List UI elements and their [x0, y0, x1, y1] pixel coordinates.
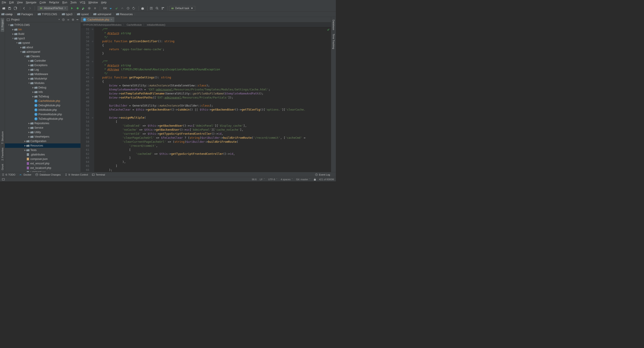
tree-folder[interactable]: ▼adminpanel — [5, 50, 80, 54]
project-panel-title[interactable]: Project — [11, 18, 58, 21]
tree-file[interactable]: ext_emconf.php — [5, 161, 80, 166]
line-ending[interactable]: LF⌃ — [260, 178, 265, 181]
tree-file[interactable]: CCacheModule.php — [5, 99, 80, 103]
stop-icon[interactable] — [92, 6, 98, 11]
tree-file[interactable]: .gitattributes — [5, 152, 80, 157]
bottom-tool-9-version-control[interactable]: 9: Version Control — [65, 173, 88, 176]
tree-folder[interactable]: ▶bin — [5, 27, 80, 32]
tree-file[interactable]: CTsDebugModule.php — [5, 117, 80, 121]
menu-edit[interactable]: Edit — [9, 1, 14, 4]
indent-settings[interactable]: 4 spaces⌃ — [281, 178, 293, 181]
tree-folder[interactable]: ▶Build — [5, 32, 80, 36]
collapse-all-icon[interactable] — [67, 18, 70, 21]
vcs-commit-icon[interactable] — [114, 6, 119, 11]
structure-toolwindow-tab[interactable]: 7: Structure — [1, 130, 4, 146]
read-only-toggle-icon[interactable] — [314, 178, 316, 181]
back-icon[interactable] — [22, 6, 26, 11]
bottom-tool-6-todo[interactable]: 6: TODO — [2, 173, 16, 176]
tree-folder[interactable]: ▼Classes — [5, 54, 80, 59]
menu-refactor[interactable]: Refactor — [49, 1, 59, 4]
tree-folder[interactable]: ▶Info — [5, 90, 80, 94]
vcs-history-icon[interactable] — [120, 6, 125, 11]
open-icon[interactable] — [1, 6, 6, 11]
vcs-history2-icon[interactable] — [126, 6, 130, 11]
forward-icon[interactable] — [28, 6, 32, 11]
tree-folder[interactable]: ▶Utility — [5, 130, 80, 134]
tree-file[interactable]: LICENSE.txt — [5, 170, 80, 172]
tree-file[interactable]: ext_localconf.php — [5, 166, 80, 170]
tree-folder[interactable]: ▶ModuleApi — [5, 76, 80, 81]
project-toolwindow-tab[interactable]: 1: Project — [1, 18, 4, 32]
menu-navigate[interactable]: Navigate — [26, 1, 36, 4]
menu-file[interactable]: File — [2, 1, 6, 4]
inspection-indicator-icon[interactable] — [327, 28, 330, 31]
profile-icon[interactable] — [87, 6, 92, 11]
breadcrumb-item[interactable]: adminpanel〉 — [93, 12, 116, 16]
tree-folder[interactable]: ▶Log — [5, 68, 80, 72]
tree-folder[interactable]: ▶Debug — [5, 85, 80, 90]
tree-folder[interactable]: ▶Exceptions — [5, 63, 80, 68]
task-selector[interactable]: Default task ▼ — [169, 6, 195, 11]
menu-window[interactable]: Window — [88, 1, 98, 4]
editor-crumb[interactable]: CacheModule — [126, 24, 142, 26]
save-icon[interactable] — [7, 6, 12, 11]
locate-icon[interactable] — [62, 18, 65, 21]
tree-file[interactable]: CDebugModule.php — [5, 103, 80, 108]
editor-crumb[interactable]: initializeModule() — [147, 24, 165, 26]
breadcrumb-item[interactable]: sysext〉 — [77, 12, 93, 16]
vcs-update-icon[interactable] — [108, 6, 113, 11]
sync-icon[interactable] — [13, 6, 18, 11]
tree-folder[interactable]: ▼typo3 — [5, 36, 80, 41]
bottom-tool-docker[interactable]: Docker — [20, 173, 32, 176]
tree-folder[interactable]: ▶ViewHelpers — [5, 134, 80, 139]
timetracking-toolwindow-tab[interactable]: Time Tracking — [332, 32, 336, 51]
fold-gutter[interactable]: ⊟⊟⊟⊟⊟ — [91, 27, 94, 172]
tree-folder[interactable]: ▶Configuration — [5, 139, 80, 143]
tree-folder[interactable]: ▶Tests — [5, 148, 80, 152]
vcs-revert-icon[interactable] — [132, 6, 136, 11]
tree-folder[interactable]: ▶Resources — [5, 143, 80, 148]
breadcrumb-item[interactable]: comp〉 — [1, 12, 17, 16]
tree-folder[interactable]: ▶Controller — [5, 59, 80, 63]
favorites-toolwindow-tab[interactable]: 2: Favorites — [1, 146, 4, 162]
status-icon[interactable] — [2, 178, 5, 181]
grunt-toolwindow-tab[interactable]: Grunt — [1, 162, 4, 172]
project-tree[interactable]: ▼TYPO3.CMS▶bin▶Build▼typo3▼sysext▶about▼… — [5, 22, 80, 172]
breadcrumb-item[interactable]: TYPO3.CMS〉 — [38, 12, 62, 16]
cursor-position[interactable]: 96:6 — [252, 178, 256, 181]
tree-folder[interactable]: ▶TsDebug — [5, 94, 80, 99]
menu-vcs[interactable]: VCS — [80, 1, 85, 4]
project-structure-icon[interactable] — [160, 6, 165, 11]
coverage-icon[interactable] — [81, 6, 86, 11]
bottom-tool-terminal[interactable]: Terminal — [92, 173, 105, 176]
tree-folder[interactable]: ▼TYPO3.CMS — [5, 23, 80, 27]
tree-file[interactable]: CPreviewModule.php — [5, 112, 80, 117]
settings-icon[interactable] — [140, 6, 145, 11]
run-configuration-selector[interactable]: AbstractFileTest ▼ — [38, 6, 68, 11]
menu-help[interactable]: Help — [101, 1, 107, 4]
tree-folder[interactable]: ▼sysext — [5, 41, 80, 45]
breadcrumb-item[interactable]: Resources〉 — [116, 12, 137, 16]
database-toolwindow-tab[interactable]: Database — [332, 18, 336, 32]
editor-tab[interactable]: C CacheModule.php ✕ — [81, 17, 115, 22]
menu-tools[interactable]: Tools — [70, 1, 76, 4]
menu-code[interactable]: Code — [40, 1, 46, 4]
tree-file[interactable]: composer.json — [5, 157, 80, 161]
editor-crumb[interactable]: \TYPO3\CMS\Adminpanel\Modules — [83, 24, 122, 26]
file-encoding[interactable]: UTF-8⌃ — [268, 178, 278, 181]
breadcrumb-item[interactable]: Packages〉 — [17, 12, 38, 16]
tree-folder[interactable]: ▶Service — [5, 126, 80, 130]
memory-indicator[interactable]: 421 of 8080M — [319, 178, 334, 181]
event-log-button[interactable]: Event Log — [315, 173, 330, 176]
tree-folder[interactable]: ▶Repositories — [5, 121, 80, 126]
gear-icon[interactable] — [72, 18, 74, 21]
tree-folder[interactable]: ▶about — [5, 45, 80, 50]
tree-folder[interactable]: ▶Middleware — [5, 72, 80, 76]
bottom-tool-database-changes[interactable]: Database Changes — [35, 173, 60, 176]
code-text[interactable]: /** * @return string */ public function … — [94, 27, 331, 172]
avatar-icon[interactable] — [149, 6, 154, 11]
menu-run[interactable]: Run — [62, 1, 67, 4]
tree-folder[interactable]: ▼Modules — [5, 81, 80, 85]
code-area[interactable]: 3132333435363738394041424344454647484950… — [81, 27, 331, 172]
debug-icon[interactable] — [75, 6, 80, 11]
